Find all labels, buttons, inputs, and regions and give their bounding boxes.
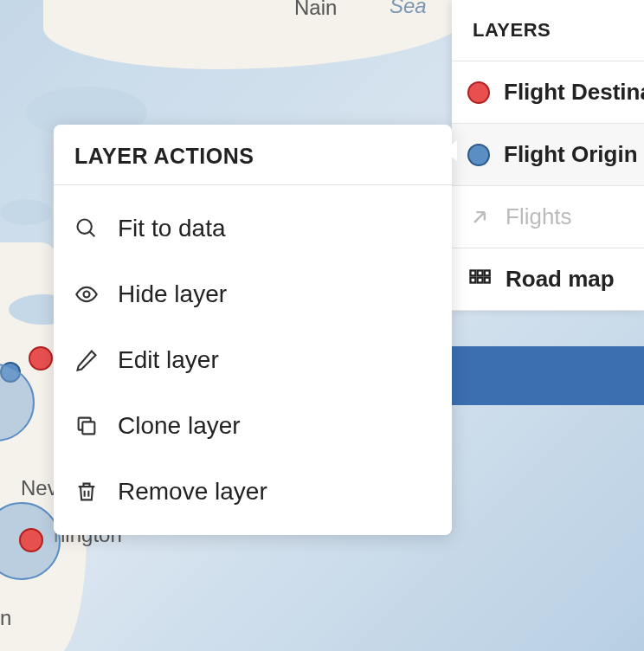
map-label-nev: Nev bbox=[21, 476, 58, 500]
svg-rect-1 bbox=[478, 270, 483, 275]
svg-point-6 bbox=[78, 220, 92, 234]
svg-rect-5 bbox=[485, 277, 490, 282]
layer-swatch-red bbox=[467, 81, 490, 104]
menu-item-fit-to-data[interactable]: Fit to data bbox=[54, 196, 452, 261]
layer-item-flights[interactable]: Flights bbox=[452, 185, 644, 248]
trash-icon bbox=[74, 480, 99, 504]
context-menu-items: Fit to data Hide layer Edit layer bbox=[54, 185, 452, 535]
layer-item-flight-origin[interactable]: Flight Origin L bbox=[452, 123, 644, 185]
menu-item-edit-layer[interactable]: Edit layer bbox=[54, 327, 452, 393]
panel-accent-bar bbox=[452, 346, 644, 405]
grid-icon bbox=[467, 267, 492, 292]
menu-item-remove-layer[interactable]: Remove layer bbox=[54, 459, 452, 525]
layer-swatch-blue bbox=[467, 144, 490, 166]
layers-panel-header: LAYERS bbox=[452, 0, 644, 61]
layer-item-label: Flight Origin L bbox=[504, 141, 644, 168]
context-menu-header: LAYER ACTIONS bbox=[54, 125, 452, 185]
menu-item-label: Edit layer bbox=[118, 346, 219, 374]
map-point-destination[interactable] bbox=[29, 346, 53, 371]
layer-item-flight-destination[interactable]: Flight Destina bbox=[452, 61, 644, 123]
menu-item-hide-layer[interactable]: Hide layer bbox=[54, 261, 452, 327]
layers-panel-title: LAYERS bbox=[473, 19, 623, 42]
svg-point-8 bbox=[84, 292, 90, 298]
context-menu-pointer bbox=[443, 140, 457, 161]
map-point-destination[interactable] bbox=[19, 528, 43, 552]
menu-item-clone-layer[interactable]: Clone layer bbox=[54, 393, 452, 459]
expand-icon bbox=[467, 205, 492, 229]
menu-item-label: Clone layer bbox=[118, 412, 241, 440]
magnify-icon bbox=[74, 216, 99, 241]
layer-item-label: Flights bbox=[506, 203, 572, 230]
svg-rect-9 bbox=[82, 422, 94, 434]
copy-icon bbox=[74, 414, 99, 438]
menu-item-label: Fit to data bbox=[118, 215, 226, 242]
map-label-nain: Nain bbox=[294, 0, 337, 20]
water-body bbox=[0, 199, 52, 225]
svg-rect-2 bbox=[485, 270, 490, 275]
context-menu-title: LAYER ACTIONS bbox=[74, 144, 431, 169]
menu-item-label: Remove layer bbox=[118, 478, 267, 506]
layers-panel: LAYERS Flight Destina Flight Origin L Fl… bbox=[452, 0, 644, 311]
svg-rect-0 bbox=[471, 270, 476, 275]
menu-item-label: Hide layer bbox=[118, 280, 227, 308]
layer-item-label: Flight Destina bbox=[504, 79, 644, 106]
svg-rect-4 bbox=[478, 277, 483, 282]
map-label-n: n bbox=[0, 606, 11, 630]
eye-icon bbox=[74, 282, 99, 306]
layer-item-label: Road map bbox=[506, 266, 615, 293]
layer-actions-menu: LAYER ACTIONS Fit to data Hide layer bbox=[54, 125, 452, 535]
svg-rect-3 bbox=[471, 277, 476, 282]
pencil-icon bbox=[74, 348, 99, 372]
layer-item-road-map[interactable]: Road map bbox=[452, 248, 644, 311]
map-label-sea: Sea bbox=[390, 0, 427, 18]
svg-line-7 bbox=[90, 232, 95, 237]
